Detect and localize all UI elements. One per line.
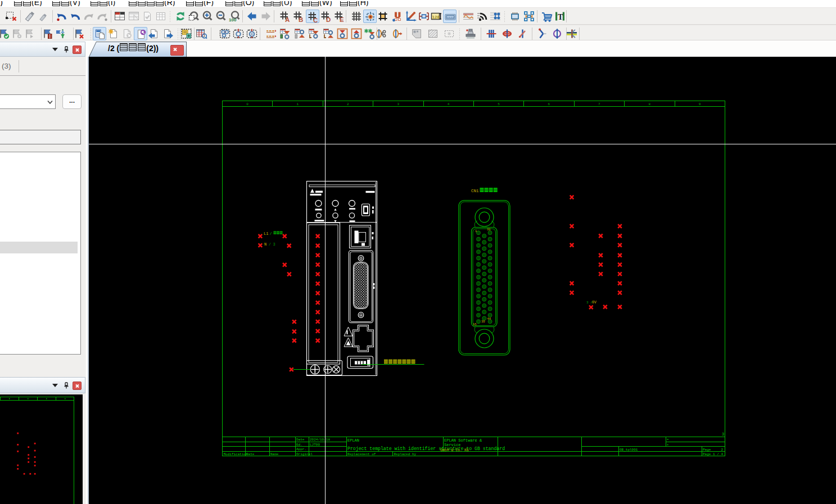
svg-text:GmbH & Co. KG: GmbH & Co. KG (440, 448, 469, 452)
svg-text:D: D (326, 16, 331, 23)
svg-text:31: 31 (487, 228, 491, 231)
svg-text:L1: L1 (264, 231, 268, 236)
svg-text:/: / (270, 231, 272, 236)
svg-text:30: 30 (481, 320, 485, 324)
svg-text:CN1: CN1 (471, 189, 479, 193)
svg-text:T: T (558, 13, 563, 21)
svg-text:Page: Page (703, 448, 711, 452)
svg-text:Replacement of: Replacement of (347, 452, 376, 456)
svg-text:6: 6 (548, 102, 550, 106)
svg-text:Appr.: Appr. (296, 447, 306, 451)
svg-text:3: 3 (722, 432, 724, 437)
svg-text:8: 8 (648, 102, 650, 106)
svg-text:Date: Date (246, 452, 255, 456)
svg-text:Service: Service (444, 443, 460, 447)
svg-text:2: 2 (347, 102, 349, 106)
svg-text:100: 100 (229, 17, 237, 22)
svg-text:Project template with identifi: Project template with identifier structu… (347, 446, 505, 451)
svg-text:1 / 4: 1 / 4 (713, 452, 723, 456)
svg-text:5: 5 (498, 102, 500, 106)
svg-text:3: 3 (397, 102, 399, 106)
svg-text:0V: 0V (592, 301, 597, 305)
svg-text:9: 9 (699, 102, 701, 106)
svg-text:7: 7 (598, 102, 600, 106)
svg-text:=: = (667, 438, 668, 442)
svg-text:LJT00: LJT00 (310, 443, 320, 447)
svg-text:2024/10/18: 2024/10/18 (310, 438, 330, 442)
svg-text:44: 44 (487, 317, 491, 321)
svg-text:Date: Date (296, 438, 305, 442)
svg-text:1: 1 (297, 102, 299, 106)
svg-text:EPLAN Software &: EPLAN Software & (444, 438, 482, 443)
svg-text:+: + (667, 443, 668, 447)
svg-text:Replaced by: Replaced by (394, 452, 417, 456)
svg-text:E: E (340, 16, 344, 23)
svg-text:EPLAN: EPLAN (347, 438, 359, 443)
svg-text:Name: Name (270, 452, 279, 456)
svg-text:N: N (264, 242, 266, 247)
svg-text:Original: Original (296, 452, 313, 456)
svg-text:0: 0 (246, 102, 248, 106)
svg-text:B: B (299, 16, 303, 23)
svg-text:128: 128 (432, 15, 440, 20)
svg-text:2: 2 (721, 448, 723, 452)
svg-text:A: A (285, 16, 290, 23)
svg-text:/ 3: / 3 (269, 243, 275, 247)
svg-text:Page: Page (703, 452, 711, 456)
svg-text:4: 4 (448, 102, 450, 106)
svg-text:Modification: Modification (224, 452, 248, 456)
svg-text:GB_tpl001: GB_tpl001 (620, 448, 638, 452)
svg-text:Ed.: Ed. (296, 443, 302, 447)
svg-text:15: 15 (473, 323, 477, 326)
svg-text:C: C (313, 17, 318, 24)
